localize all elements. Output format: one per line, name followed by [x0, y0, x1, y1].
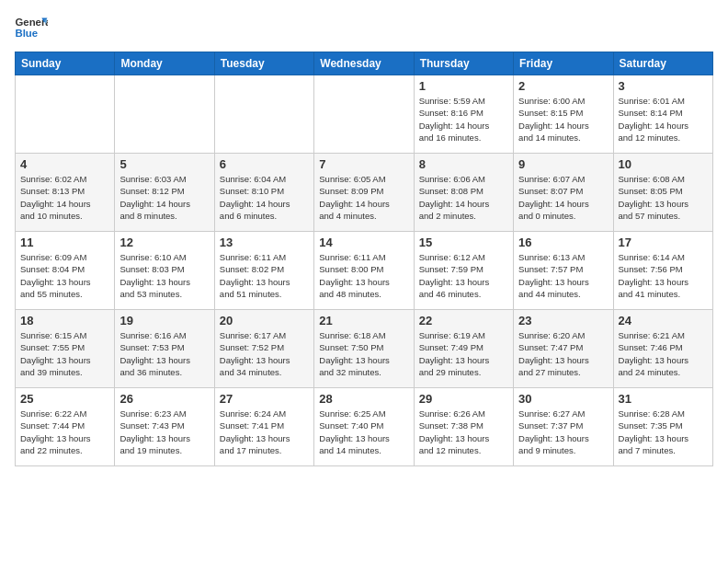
- calendar-cell: 20Sunrise: 6:17 AM Sunset: 7:52 PM Dayli…: [214, 310, 313, 388]
- calendar-cell: 11Sunrise: 6:09 AM Sunset: 8:04 PM Dayli…: [16, 232, 115, 310]
- calendar-cell: 24Sunrise: 6:21 AM Sunset: 7:46 PM Dayli…: [613, 310, 712, 388]
- day-info: Sunrise: 6:14 AM Sunset: 7:56 PM Dayligh…: [619, 251, 708, 300]
- page-header: General Blue: [15, 15, 713, 40]
- calendar-cell: 15Sunrise: 6:12 AM Sunset: 7:59 PM Dayli…: [414, 232, 513, 310]
- day-info: Sunrise: 6:15 AM Sunset: 7:55 PM Dayligh…: [20, 329, 109, 378]
- day-info: Sunrise: 6:07 AM Sunset: 8:07 PM Dayligh…: [518, 173, 608, 222]
- day-info: Sunrise: 6:04 AM Sunset: 8:10 PM Dayligh…: [220, 173, 309, 222]
- day-number: 13: [220, 236, 309, 249]
- day-info: Sunrise: 6:09 AM Sunset: 8:04 PM Dayligh…: [20, 251, 109, 300]
- calendar-cell: [115, 75, 214, 154]
- day-number: 23: [518, 314, 608, 327]
- day-info: Sunrise: 6:12 AM Sunset: 7:59 PM Dayligh…: [419, 251, 508, 300]
- calendar-cell: 10Sunrise: 6:08 AM Sunset: 8:05 PM Dayli…: [613, 154, 712, 232]
- day-info: Sunrise: 6:17 AM Sunset: 7:52 PM Dayligh…: [220, 329, 309, 378]
- day-number: 7: [319, 157, 408, 171]
- calendar-cell: 5Sunrise: 6:03 AM Sunset: 8:12 PM Daylig…: [115, 154, 214, 232]
- calendar-table: SundayMondayTuesdayWednesdayThursdayFrid…: [15, 52, 713, 466]
- calendar-cell: 23Sunrise: 6:20 AM Sunset: 7:47 PM Dayli…: [514, 310, 613, 388]
- calendar-cell: 28Sunrise: 6:25 AM Sunset: 7:40 PM Dayli…: [314, 388, 414, 466]
- day-number: 17: [619, 236, 708, 249]
- day-number: 26: [119, 392, 209, 406]
- day-info: Sunrise: 6:23 AM Sunset: 7:43 PM Dayligh…: [119, 408, 209, 456]
- day-number: 20: [220, 314, 309, 327]
- day-number: 10: [619, 157, 708, 171]
- day-info: Sunrise: 6:11 AM Sunset: 8:00 PM Dayligh…: [319, 251, 408, 300]
- day-info: Sunrise: 6:18 AM Sunset: 7:50 PM Dayligh…: [319, 329, 408, 378]
- calendar-cell: 16Sunrise: 6:13 AM Sunset: 7:57 PM Dayli…: [514, 232, 613, 310]
- calendar-cell: 3Sunrise: 6:01 AM Sunset: 8:14 PM Daylig…: [613, 75, 712, 154]
- day-number: 27: [220, 392, 309, 406]
- week-row-4: 18Sunrise: 6:15 AM Sunset: 7:55 PM Dayli…: [16, 310, 713, 388]
- day-number: 3: [619, 79, 708, 93]
- calendar-cell: 18Sunrise: 6:15 AM Sunset: 7:55 PM Dayli…: [16, 310, 115, 388]
- calendar-cell: [16, 75, 115, 154]
- calendar-cell: 25Sunrise: 6:22 AM Sunset: 7:44 PM Dayli…: [16, 388, 115, 466]
- day-info: Sunrise: 6:10 AM Sunset: 8:03 PM Dayligh…: [119, 251, 209, 300]
- calendar-cell: 29Sunrise: 6:26 AM Sunset: 7:38 PM Dayli…: [414, 388, 513, 466]
- col-header-sunday: Sunday: [16, 52, 115, 75]
- day-number: 29: [419, 392, 508, 406]
- day-number: 25: [20, 392, 109, 406]
- day-info: Sunrise: 6:16 AM Sunset: 7:53 PM Dayligh…: [119, 329, 209, 378]
- day-info: Sunrise: 6:26 AM Sunset: 7:38 PM Dayligh…: [419, 408, 508, 456]
- calendar-cell: 30Sunrise: 6:27 AM Sunset: 7:37 PM Dayli…: [514, 388, 613, 466]
- day-number: 14: [319, 236, 408, 249]
- day-info: Sunrise: 6:25 AM Sunset: 7:40 PM Dayligh…: [319, 408, 408, 456]
- day-number: 15: [419, 236, 508, 249]
- day-info: Sunrise: 6:11 AM Sunset: 8:02 PM Dayligh…: [220, 251, 309, 300]
- calendar-cell: 12Sunrise: 6:10 AM Sunset: 8:03 PM Dayli…: [115, 232, 214, 310]
- calendar-cell: 17Sunrise: 6:14 AM Sunset: 7:56 PM Dayli…: [613, 232, 712, 310]
- day-info: Sunrise: 6:24 AM Sunset: 7:41 PM Dayligh…: [220, 408, 309, 456]
- col-header-friday: Friday: [514, 52, 613, 75]
- calendar-cell: 1Sunrise: 5:59 AM Sunset: 8:16 PM Daylig…: [414, 75, 513, 154]
- day-info: Sunrise: 6:05 AM Sunset: 8:09 PM Dayligh…: [319, 173, 408, 222]
- day-number: 19: [119, 314, 209, 327]
- calendar-cell: 22Sunrise: 6:19 AM Sunset: 7:49 PM Dayli…: [414, 310, 513, 388]
- day-number: 11: [20, 236, 109, 249]
- day-number: 8: [419, 157, 508, 171]
- col-header-thursday: Thursday: [414, 52, 513, 75]
- calendar-cell: 8Sunrise: 6:06 AM Sunset: 8:08 PM Daylig…: [414, 154, 513, 232]
- day-number: 21: [319, 314, 408, 327]
- day-info: Sunrise: 6:06 AM Sunset: 8:08 PM Dayligh…: [419, 173, 508, 222]
- calendar-cell: 6Sunrise: 6:04 AM Sunset: 8:10 PM Daylig…: [214, 154, 313, 232]
- calendar-cell: 9Sunrise: 6:07 AM Sunset: 8:07 PM Daylig…: [514, 154, 613, 232]
- week-row-3: 11Sunrise: 6:09 AM Sunset: 8:04 PM Dayli…: [16, 232, 713, 310]
- day-number: 24: [619, 314, 708, 327]
- day-info: Sunrise: 6:28 AM Sunset: 7:35 PM Dayligh…: [619, 408, 708, 456]
- day-info: Sunrise: 6:21 AM Sunset: 7:46 PM Dayligh…: [619, 329, 708, 378]
- svg-text:Blue: Blue: [16, 28, 39, 39]
- calendar-cell: 7Sunrise: 6:05 AM Sunset: 8:09 PM Daylig…: [314, 154, 414, 232]
- day-number: 22: [419, 314, 508, 327]
- day-number: 1: [419, 79, 508, 93]
- day-number: 28: [319, 392, 408, 406]
- day-number: 31: [619, 392, 708, 406]
- day-info: Sunrise: 5:59 AM Sunset: 8:16 PM Dayligh…: [419, 95, 508, 144]
- calendar-cell: 19Sunrise: 6:16 AM Sunset: 7:53 PM Dayli…: [115, 310, 214, 388]
- day-info: Sunrise: 6:01 AM Sunset: 8:14 PM Dayligh…: [619, 95, 708, 144]
- calendar-cell: 2Sunrise: 6:00 AM Sunset: 8:15 PM Daylig…: [514, 75, 613, 154]
- col-header-wednesday: Wednesday: [314, 52, 414, 75]
- day-info: Sunrise: 6:27 AM Sunset: 7:37 PM Dayligh…: [518, 408, 608, 456]
- day-number: 6: [220, 157, 309, 171]
- col-header-saturday: Saturday: [613, 52, 712, 75]
- week-row-5: 25Sunrise: 6:22 AM Sunset: 7:44 PM Dayli…: [16, 388, 713, 466]
- calendar-cell: 14Sunrise: 6:11 AM Sunset: 8:00 PM Dayli…: [314, 232, 414, 310]
- day-number: 18: [20, 314, 109, 327]
- day-number: 5: [119, 157, 209, 171]
- logo: General Blue: [15, 15, 48, 40]
- calendar-cell: 21Sunrise: 6:18 AM Sunset: 7:50 PM Dayli…: [314, 310, 414, 388]
- day-info: Sunrise: 6:02 AM Sunset: 8:13 PM Dayligh…: [20, 173, 109, 222]
- day-number: 2: [518, 79, 608, 93]
- day-info: Sunrise: 6:08 AM Sunset: 8:05 PM Dayligh…: [619, 173, 708, 222]
- day-number: 9: [518, 157, 608, 171]
- day-number: 12: [119, 236, 209, 249]
- col-header-tuesday: Tuesday: [214, 52, 313, 75]
- day-info: Sunrise: 6:13 AM Sunset: 7:57 PM Dayligh…: [518, 251, 608, 300]
- week-row-2: 4Sunrise: 6:02 AM Sunset: 8:13 PM Daylig…: [16, 154, 713, 232]
- calendar-cell: [214, 75, 313, 154]
- calendar-header-row: SundayMondayTuesdayWednesdayThursdayFrid…: [16, 52, 713, 75]
- calendar-cell: 27Sunrise: 6:24 AM Sunset: 7:41 PM Dayli…: [214, 388, 313, 466]
- calendar-cell: 13Sunrise: 6:11 AM Sunset: 8:02 PM Dayli…: [214, 232, 313, 310]
